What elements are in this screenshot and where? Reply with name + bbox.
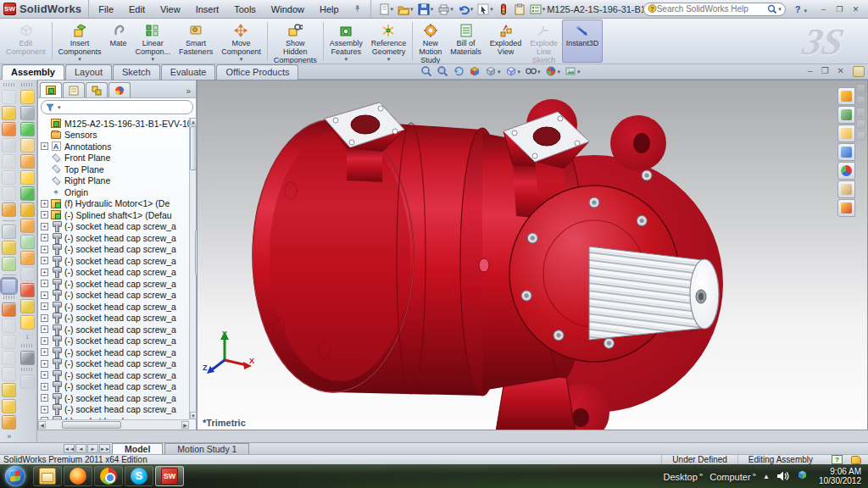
- help-button[interactable]: ? ▾: [791, 4, 811, 14]
- solidworks-taskbar-button[interactable]: SW: [155, 466, 184, 486]
- insert-components-icon[interactable]: [20, 90, 35, 104]
- last-tab-button[interactable]: ►►: [99, 444, 110, 453]
- linear-component-pattern-button[interactable]: Linear Compon...▾: [131, 19, 175, 63]
- exploded-view-button[interactable]: Exploded View: [486, 19, 526, 63]
- sketch-3d-icon[interactable]: [2, 302, 16, 317]
- toolbar-drag-handle[interactable]: [21, 344, 33, 347]
- tab-displaymanager[interactable]: [108, 82, 131, 97]
- insert-components-button[interactable]: Insert Components▾: [54, 19, 106, 63]
- menu-view[interactable]: View: [153, 2, 188, 17]
- mate-icon[interactable]: [20, 106, 35, 120]
- save-button[interactable]: ▾: [416, 3, 436, 16]
- tab-featuremanager-tree[interactable]: [40, 82, 62, 97]
- expand-toggle[interactable]: +: [41, 269, 48, 276]
- assemblyxpert-icon[interactable]: [20, 299, 35, 313]
- taskpane-view-palette-tab[interactable]: [837, 143, 855, 161]
- show-hidden-components-icon[interactable]: [20, 170, 35, 185]
- taskpane-toggle[interactable]: [853, 66, 865, 77]
- expand-toggle[interactable]: +: [41, 246, 48, 253]
- exploded-view-icon[interactable]: [20, 251, 35, 265]
- sketch-color-icon[interactable]: [2, 383, 16, 397]
- expand-toggle[interactable]: +: [41, 394, 48, 402]
- tree-item[interactable]: +(-) socket head cap screw_a: [40, 404, 189, 416]
- tree-item[interactable]: +(-) socket head cap screw_a: [40, 369, 189, 381]
- tree-item[interactable]: Right Plane: [40, 175, 189, 187]
- start-button[interactable]: [5, 466, 25, 486]
- toolbar-overflow-chevron[interactable]: »: [7, 432, 11, 441]
- move-component-icon[interactable]: [20, 154, 35, 169]
- edit-component-icon[interactable]: [2, 90, 16, 104]
- menu-file[interactable]: File: [91, 2, 121, 17]
- tree-item[interactable]: +(-) socket head cap screw_a: [40, 290, 189, 302]
- bill-of-materials-icon[interactable]: [20, 235, 35, 249]
- tree-item[interactable]: +(-) socket head cap screw_a: [40, 301, 189, 313]
- tree-item[interactable]: +(-) socket head cap screw_a: [40, 267, 189, 279]
- search-input[interactable]: [657, 4, 767, 14]
- tree-hscroll-thumb[interactable]: [62, 421, 121, 429]
- tab-propertymanager[interactable]: [63, 82, 85, 97]
- fillet-tool-icon[interactable]: [2, 367, 16, 381]
- graphics-viewport[interactable]: Y X Z *Trimetric: [197, 80, 868, 430]
- computer-toolbar[interactable]: Computer»: [709, 471, 756, 482]
- instant3d-button[interactable]: Instant3D: [562, 19, 604, 63]
- scroll-left-arrow[interactable]: ◀: [38, 421, 46, 429]
- hide-show-items-button[interactable]: ▾: [524, 65, 542, 79]
- smart-fasteners-button[interactable]: Smart Fasteners: [175, 19, 217, 63]
- expand-toggle[interactable]: +: [41, 406, 48, 413]
- toolbar-drag-handle[interactable]: [3, 83, 15, 86]
- tree-root-item[interactable]: M125-A2-1S-196-31-B1-EVV-101: [40, 118, 189, 130]
- tree-item[interactable]: +(-) socket head cap screw_a: [40, 358, 189, 370]
- assembly-features-button[interactable]: Assembly Features▾: [326, 19, 367, 63]
- tree-item[interactable]: +(-) socket head cap screw_a: [40, 381, 189, 393]
- expand-toggle[interactable]: +: [41, 280, 48, 287]
- close-button[interactable]: ✕: [849, 3, 863, 15]
- tab-evaluate[interactable]: Evaluate: [161, 64, 216, 80]
- taskpane-file-explorer-tab[interactable]: [837, 125, 855, 142]
- expand-toggle[interactable]: +: [41, 360, 48, 368]
- pin-icon[interactable]: 🖈: [353, 3, 365, 15]
- tree-item[interactable]: +(-) socket head cap screw_a: [40, 324, 189, 336]
- texture-icon[interactable]: [2, 202, 16, 217]
- instant3d-icon[interactable]: [2, 279, 16, 293]
- expand-toggle[interactable]: +: [41, 371, 48, 379]
- wedge-tool-icon[interactable]: [2, 186, 16, 201]
- skype-taskbar-button[interactable]: S: [125, 466, 153, 486]
- next-tab-button[interactable]: ►: [87, 444, 98, 453]
- edit-appearance-button[interactable]: ▾: [544, 65, 562, 79]
- taskpane-design-library-tab[interactable]: [837, 106, 855, 124]
- print-button[interactable]: ▾: [436, 3, 455, 16]
- traffic-light-button[interactable]: [496, 3, 511, 16]
- tree-item[interactable]: Front Plane: [40, 152, 189, 164]
- spline-curve-icon[interactable]: [2, 257, 16, 271]
- tree-item[interactable]: +(-) socket head cap screw_a: [40, 244, 189, 256]
- explorer-taskbar-button[interactable]: [33, 466, 62, 486]
- cube-tool-icon[interactable]: [2, 154, 16, 169]
- prev-tab-button[interactable]: ◄: [75, 444, 86, 453]
- expand-toggle[interactable]: +: [41, 211, 48, 219]
- help-search-box[interactable]: ? ▾: [643, 3, 786, 16]
- hydraulic-motor-model[interactable]: [198, 80, 868, 430]
- expand-toggle[interactable]: +: [41, 142, 48, 150]
- new-button[interactable]: ▾: [376, 3, 396, 16]
- assembly-features-icon[interactable]: [20, 186, 35, 201]
- component-yellow-icon[interactable]: [2, 399, 16, 413]
- zoom-to-area-button[interactable]: [436, 65, 449, 79]
- chrome-taskbar-button[interactable]: [94, 466, 123, 486]
- tree-item[interactable]: ⌖Origin: [40, 186, 189, 198]
- tab-model[interactable]: Model: [112, 443, 163, 454]
- tree-item[interactable]: +(-) Splined shaft<1> (Defau: [40, 209, 189, 221]
- tab-office-products[interactable]: Office Products: [216, 64, 298, 80]
- bill-of-materials-button[interactable]: Bill of Materials: [446, 19, 486, 63]
- tree-item[interactable]: +(-) socket head cap screw_a: [40, 278, 189, 290]
- revolve-tool-icon[interactable]: [2, 351, 16, 365]
- new-motion-study-icon[interactable]: [20, 219, 35, 233]
- restore-button[interactable]: ❐: [832, 3, 847, 15]
- taskpane-appearances-scenes-tab[interactable]: [837, 162, 855, 180]
- tree-item[interactable]: +(f) Hydraulic Motor<1> (De: [40, 198, 189, 210]
- doc-restore-button[interactable]: ❐: [820, 66, 831, 75]
- rotate-view-button[interactable]: [452, 65, 465, 79]
- scroll-down-arrow[interactable]: ▼: [190, 412, 197, 419]
- scroll-up-arrow[interactable]: ▲: [190, 118, 197, 125]
- screen-capture-icon[interactable]: [20, 351, 35, 365]
- search-icon[interactable]: [767, 4, 777, 14]
